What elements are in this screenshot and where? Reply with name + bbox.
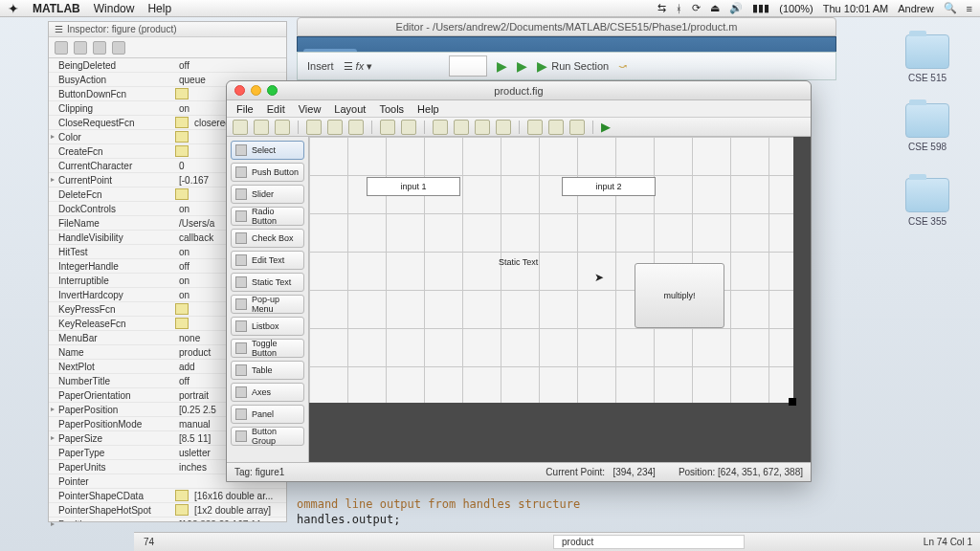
resize-handle[interactable] [789,398,796,406]
edit-icon[interactable] [175,303,189,315]
palette-item-icon [235,364,247,376]
push-button-multiply[interactable]: multiply! [635,263,724,328]
expand-icon[interactable]: ▸ [51,519,55,522]
save-icon[interactable] [275,120,290,135]
close-icon[interactable] [234,85,245,96]
menu-file[interactable]: File [236,103,254,115]
redo-icon[interactable] [401,120,416,135]
edit-text-input2[interactable]: input 2 [562,177,656,196]
ribbon-fx-icon[interactable]: ☰ fx ▾ [344,60,373,73]
clock[interactable]: Thu 10:01 AM [823,3,889,14]
palette-item[interactable]: Select [231,141,304,160]
palette-item[interactable]: Radio Button [231,207,304,226]
property-value[interactable]: [103.833 29.167 11 [175,519,286,522]
edit-icon[interactable] [175,504,189,516]
property-row[interactable]: ▸Position[103.833 29.167 11 [49,518,286,521]
battery-icon[interactable]: ▮▮▮ [752,2,769,14]
edit-text-input1[interactable]: input 1 [367,177,460,196]
palette-item[interactable]: Axes [231,383,304,402]
menu-help[interactable]: Help [147,2,171,15]
static-text[interactable]: Static Text [499,257,538,267]
palette-item[interactable]: Button Group [231,427,304,446]
new-icon[interactable] [233,120,248,135]
palette-item[interactable]: Slider [231,185,304,204]
menu-view[interactable]: View [299,103,322,115]
expand-icon[interactable]: ▸ [51,132,55,141]
menu-layout[interactable]: Layout [334,103,366,115]
menu-extra-icon[interactable]: ≡ [967,3,972,14]
open-icon[interactable] [254,120,269,135]
eject-icon[interactable]: ⏏ [710,2,720,14]
undo-icon[interactable] [380,120,395,135]
wifi-icon[interactable]: ⇆ [657,2,666,14]
desktop-folder[interactable]: CSE 355 [903,178,951,227]
menu-window[interactable]: Window [94,2,135,15]
inspector-tb-icon[interactable] [93,41,106,55]
property-value[interactable]: off [175,60,286,71]
run-icon[interactable]: ▶ [497,58,507,74]
copy-icon[interactable] [327,120,343,135]
function-name-field[interactable]: product [553,535,745,549]
palette-item[interactable]: Edit Text [231,251,304,270]
paste-icon[interactable] [348,120,364,135]
palette-item[interactable]: Listbox [231,317,304,336]
palette-item[interactable]: Panel [231,405,304,424]
inspector-tb-icon[interactable] [112,41,125,55]
run-advance-icon[interactable]: ▶ [517,58,527,74]
property-row[interactable]: BeingDeletedoff [49,58,286,73]
edit-icon[interactable] [175,117,189,128]
property-value[interactable]: [16x16 double ar... [190,491,286,501]
property-row[interactable]: PointerShapeCData[16x16 double ar... [49,489,286,503]
spotlight-icon[interactable]: 🔍 [944,2,957,14]
desktop-folder[interactable]: CSE 515 [903,34,951,83]
property-inspector-icon[interactable] [548,120,564,135]
edit-icon[interactable] [175,145,189,157]
menu-editor-icon[interactable] [454,120,469,135]
minimize-icon[interactable] [251,85,261,96]
palette-item[interactable]: Static Text [231,273,304,292]
palette-item[interactable]: Check Box [231,229,304,248]
run-to-end-icon[interactable]: ⤻ [618,60,627,73]
palette-item-label: Button Group [252,427,300,446]
inspector-tb-icon[interactable] [55,41,68,55]
bluetooth-icon[interactable]: ᚼ [676,3,682,14]
app-name[interactable]: MATLAB [33,2,80,15]
align-icon[interactable] [433,120,448,135]
expand-icon[interactable]: ▸ [51,175,55,184]
palette-item[interactable]: Pop-up Menu [231,295,304,314]
apple-icon[interactable]: ✦ [8,1,19,16]
edit-icon[interactable] [175,88,189,99]
menu-help[interactable]: Help [417,103,439,115]
expand-icon[interactable]: ▸ [51,433,55,442]
design-canvas[interactable]: input 1 input 2 Static Text multiply! ➤ [309,137,793,403]
palette-item-label: Panel [252,409,274,419]
menu-edit[interactable]: Edit [267,103,285,115]
desktop-folder[interactable]: CSE 598 [903,103,951,152]
volume-icon[interactable]: 🔊 [729,2,743,14]
edit-icon[interactable] [175,188,189,200]
expand-icon[interactable]: ▸ [51,405,55,413]
toolbar-editor-icon[interactable] [496,120,511,135]
user-name[interactable]: Andrew [898,3,933,14]
property-row[interactable]: PointerShapeHotSpot[1x2 double array] [49,503,286,518]
zoom-icon[interactable] [267,85,278,96]
guide-titlebar[interactable]: product.fig [227,81,811,100]
cut-icon[interactable] [306,120,322,135]
edit-icon[interactable] [175,490,189,501]
property-value[interactable]: [1x2 double array] [190,505,286,516]
menu-tools[interactable]: Tools [379,103,404,115]
palette-item[interactable]: Toggle Button [231,339,304,358]
ribbon-section-icon[interactable] [449,55,487,77]
editor-icon[interactable] [527,120,543,135]
run-figure-icon[interactable]: ▶ [601,120,611,134]
tab-order-icon[interactable] [475,120,490,135]
sync-icon[interactable]: ⟳ [692,2,701,14]
palette-item[interactable]: Table [231,361,304,380]
edit-icon[interactable] [175,131,189,143]
palette-item-icon [235,386,247,398]
run-section-button[interactable]: ▶Run Section [537,58,609,74]
object-browser-icon[interactable] [569,120,585,135]
inspector-tb-icon[interactable] [74,41,87,55]
edit-icon[interactable] [175,318,189,329]
palette-item[interactable]: Push Button [231,163,304,182]
